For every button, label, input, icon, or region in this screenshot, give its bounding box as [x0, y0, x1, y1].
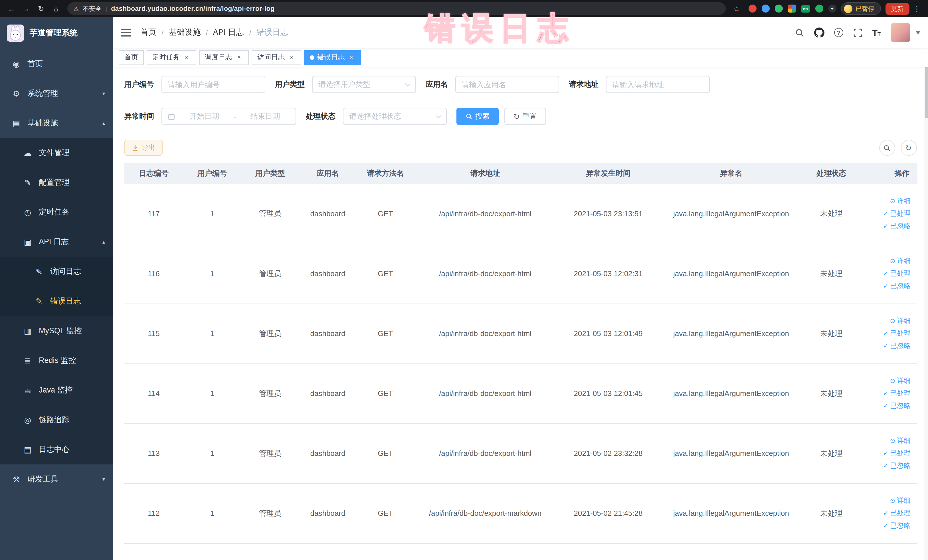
green-extension-icon[interactable] [774, 5, 783, 12]
sidebar-toggle-icon[interactable] [121, 29, 131, 36]
leaf-extension-icon[interactable] [815, 5, 823, 12]
font-size-icon[interactable]: TT [872, 28, 881, 37]
red-extension-icon[interactable] [748, 5, 756, 12]
breadcrumb-home[interactable]: 首页 [140, 27, 156, 38]
search-icon[interactable] [795, 27, 804, 37]
blue-extension-icon[interactable] [762, 5, 769, 12]
dark-extension-icon[interactable]: ✦ [828, 5, 836, 12]
sidebar-item-trace[interactable]: ◎ 链路追踪 [0, 405, 113, 435]
mark-processed-link[interactable]: ✓已处理 [883, 508, 911, 518]
sidebar-item-mysql[interactable]: ▥ MySQL 监控 [0, 316, 113, 346]
hide-search-button[interactable] [879, 140, 895, 156]
user-type-select[interactable]: 请选择用户类型 [312, 76, 416, 93]
check-icon: ✓ [883, 462, 888, 470]
detail-link[interactable]: ⊙详细 [890, 196, 911, 206]
caret-down-icon[interactable] [916, 31, 920, 34]
sidebar-item-access-log[interactable]: ✎ 访问日志 [0, 257, 113, 287]
mark-ignored-link[interactable]: ✓已忽略 [883, 461, 911, 471]
mark-processed-link[interactable]: ✓已处理 [883, 449, 911, 458]
chrome-update-button[interactable]: 更新 [885, 3, 909, 15]
api-log-icon: ▣ [23, 237, 32, 246]
sidebar-item-job[interactable]: ◷ 定时任务 [0, 197, 113, 227]
tab-close-icon[interactable]: × [288, 53, 296, 61]
sidebar-menu: ◉ 首页 ⚙ 系统管理 ▾ ▤ 基础设施 ▴ ☁ 文件管理 ✎ 配置管理 ◷ 定… [0, 49, 113, 560]
mark-processed-link[interactable]: ✓已处理 [883, 329, 911, 338]
app-name-input[interactable] [455, 76, 559, 93]
app-name-label: 应用名 [426, 79, 448, 90]
detail-link[interactable]: ⊙详细 [890, 496, 911, 505]
logo-bunny-icon [7, 24, 24, 42]
end-date-placeholder[interactable]: 结束日期 [241, 111, 290, 122]
detail-link[interactable]: ⊙详细 [890, 316, 911, 326]
tab-3[interactable]: 访问日志 × [252, 50, 301, 65]
forward-icon[interactable]: → [20, 2, 33, 15]
chrome-menu-icon[interactable]: ⋮ [910, 4, 923, 13]
sidebar-item-redis[interactable]: ≣ Redis 监控 [0, 346, 113, 375]
refresh-button[interactable]: ↻ [901, 140, 917, 156]
time-cell: 2021-05-02 23:32:28 [574, 449, 643, 458]
github-icon[interactable] [814, 27, 824, 38]
scrollbar[interactable] [923, 17, 928, 560]
tab-close-icon[interactable]: × [348, 53, 356, 61]
check-icon: ✓ [883, 342, 888, 350]
tab-4[interactable]: 错误日志 × [304, 50, 361, 65]
sidebar-item-java[interactable]: ☕ Java 监控 [0, 375, 113, 405]
sidebar-item-error-log[interactable]: ✎ 错误日志 [0, 287, 113, 316]
mark-processed-link[interactable]: ✓已处理 [883, 209, 911, 218]
mark-ignored-link[interactable]: ✓已忽略 [883, 341, 911, 351]
tab-2[interactable]: 调度日志 × [199, 50, 249, 65]
method-cell: GET [378, 269, 393, 278]
sidebar-item-api-log[interactable]: ▣ API 日志 ▴ [0, 227, 113, 257]
profile-paused-chip[interactable]: 已暂停 [841, 2, 881, 15]
tab-0[interactable]: 首页 [119, 50, 144, 65]
mark-ignored-link[interactable]: ✓已忽略 [883, 221, 911, 231]
process-status-select[interactable]: 请选择处理状态 [343, 108, 447, 125]
search-button[interactable]: 搜索 [456, 108, 499, 125]
sidebar-item-config[interactable]: ✎ 配置管理 [0, 168, 113, 197]
mark-processed-link[interactable]: ✓已处理 [883, 269, 911, 278]
mark-ignored-link[interactable]: ✓已忽略 [883, 401, 911, 411]
exception-time-range[interactable]: 开始日期 - 结束日期 [162, 108, 296, 125]
mark-ignored-link[interactable]: ✓已忽略 [883, 281, 911, 291]
help-icon[interactable]: ? [834, 28, 843, 37]
user-type-cell: 管理员 [259, 269, 281, 278]
exception-cell: java.lang.IllegalArgumentException [673, 329, 789, 338]
tab-1[interactable]: 定时任务 × [147, 50, 196, 65]
mark-processed-link[interactable]: ✓已处理 [883, 389, 911, 398]
detail-link[interactable]: ⊙详细 [890, 376, 911, 386]
sidebar-item-dev-tools[interactable]: ⚒ 研发工具 ▾ [0, 464, 113, 494]
mark-ignored-link[interactable]: ✓已忽略 [883, 521, 911, 531]
app-name-cell: dashboard [310, 329, 345, 338]
tab-close-icon[interactable]: × [235, 53, 243, 61]
sidebar: 芋道管理系统 ◉ 首页 ⚙ 系统管理 ▾ ▤ 基础设施 ▴ ☁ 文件管理 ✎ 配… [0, 17, 113, 560]
app-logo[interactable]: 芋道管理系统 [0, 17, 113, 49]
start-date-placeholder[interactable]: 开始日期 [180, 111, 229, 122]
reset-button[interactable]: ↻ 重置 [504, 108, 546, 125]
sidebar-item-home[interactable]: ◉ 首页 [0, 49, 113, 79]
user-type-cell: 管理员 [259, 449, 281, 457]
request-url-label: 请求地址 [569, 79, 598, 90]
on-badge-icon[interactable]: on [801, 5, 810, 12]
url-text[interactable]: dashboard.yudao.iocoder.cn/infra/log/api… [111, 5, 275, 12]
security-label[interactable]: 不安全 [83, 4, 102, 13]
google-apps-icon[interactable] [788, 5, 796, 12]
breadcrumb-infrastructure[interactable]: 基础设施 [169, 27, 200, 38]
sidebar-item-file[interactable]: ☁ 文件管理 [0, 138, 113, 168]
sidebar-item-log-center[interactable]: ▤ 日志中心 [0, 435, 113, 464]
detail-link[interactable]: ⊙详细 [890, 256, 911, 266]
breadcrumb-api-log[interactable]: API 日志 [213, 27, 244, 38]
reload-icon[interactable]: ↻ [34, 2, 48, 15]
sidebar-item-system[interactable]: ⚙ 系统管理 ▾ [0, 79, 113, 108]
tab-close-icon[interactable]: × [183, 53, 191, 61]
fullscreen-icon[interactable] [853, 27, 863, 37]
detail-link[interactable]: ⊙详细 [890, 436, 911, 446]
request-url-input[interactable] [606, 76, 710, 93]
user-id-input[interactable] [162, 76, 265, 93]
home-icon[interactable]: ⌂ [49, 2, 63, 15]
export-button[interactable]: 导出 [124, 140, 163, 156]
user-avatar[interactable] [890, 23, 910, 42]
back-icon[interactable]: ← [5, 2, 18, 15]
address-bar[interactable]: ⚠ 不安全 | dashboard.yudao.iocoder.cn/infra… [67, 2, 725, 15]
bookmark-star-icon[interactable]: ☆ [730, 2, 744, 15]
sidebar-item-infrastructure[interactable]: ▤ 基础设施 ▴ [0, 108, 113, 138]
